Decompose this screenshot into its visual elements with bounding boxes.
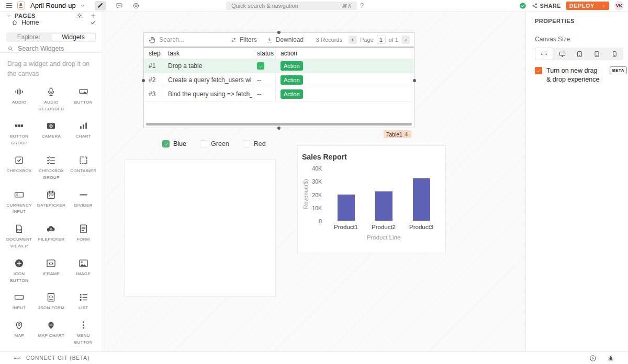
widget-card-icon-button[interactable]: ICON BUTTON [3,258,35,285]
canvas-size-tablet-l-button[interactable] [571,48,588,60]
sidebar-item-home[interactable]: Home [0,19,103,26]
debug-bug-icon[interactable] [607,355,614,362]
widget-search-input[interactable]: Search Widgets [0,45,103,53]
widget-card-button[interactable]: BUTTON [68,87,99,113]
editor-canvas[interactable]: Search... Filters Download 3 Records Pag… [103,12,525,351]
resize-handle-left[interactable] [142,79,145,82]
widget-settings-gear-icon[interactable] [404,132,409,136]
widget-card-image[interactable]: IMAGE [68,258,99,285]
pages-settings-gear-icon[interactable] [76,13,83,19]
widget-card-button-group[interactable]: BUTTON GROUP [3,121,35,147]
checkbox-option-green[interactable]: Green [200,140,229,147]
add-page-button[interactable] [90,13,96,19]
widget-card-iframe[interactable]: IFRAME [35,258,67,285]
widget-card-currency-input[interactable]: $CURRENCY INPUT [3,190,35,216]
quick-search-input[interactable]: Quick search & navigation ⌘ K [226,2,357,10]
canvas-size-tablet-s-button[interactable] [588,48,605,60]
column-header-action[interactable]: action [276,48,414,59]
table-row[interactable]: #1Drop a tableAction [144,59,414,73]
canvas-size-desktop-button[interactable] [553,48,570,60]
drag-drop-label: Turn on new drag & drop experience [546,66,601,84]
widget-card-list[interactable]: LIST [68,292,99,312]
checkbox-group-widget: BlueGreenRed [162,140,266,147]
widget-card-map[interactable]: MAP [3,320,35,346]
widget-card-menu-button[interactable]: MENU BUTTON [68,320,99,346]
widget-card-map-chart[interactable]: MAP CHART [35,320,67,346]
share-button[interactable]: SHARE [532,3,561,9]
action-button[interactable]: Action [281,89,303,99]
widget-card-checkbox-group[interactable]: CHECKBOX GROUP [35,155,67,181]
next-page-button[interactable] [401,36,410,44]
widget-card-checkbox[interactable]: CHECKBOX [3,155,35,181]
widget-card-document-viewer[interactable]: PDFDOCUMENT VIEWER [3,224,35,250]
widget-card-camera[interactable]: CAMERA [35,121,67,147]
widget-card-label: FORM [77,236,90,243]
resize-handle-right[interactable] [413,79,416,82]
quick-actions-icon[interactable] [589,355,597,362]
hamburger-menu-icon[interactable] [5,2,13,9]
widget-card-chart[interactable]: CHART [68,121,99,147]
user-avatar[interactable]: VK [614,1,624,10]
checkbox-box[interactable] [243,140,250,147]
container-icon [78,155,88,165]
widget-card-audio[interactable]: AUDIO [3,87,35,113]
column-header-status[interactable]: status [252,48,276,59]
table-row[interactable]: #3Bind the query using => fetch_u...--Ac… [144,87,414,101]
action-button[interactable]: Action [281,75,303,85]
column-header-step[interactable]: step [144,48,163,59]
checkbox-option-red[interactable]: Red [243,140,266,147]
column-header-task[interactable]: task [163,48,252,59]
widget-card-json-form[interactable]: JSON FORM [35,292,67,312]
widget-card-form[interactable]: FORM [68,224,99,250]
tab-explorer[interactable]: Explorer [7,33,51,41]
widget-name-tag[interactable]: Table1 [384,130,411,138]
table-horizontal-scrollbar[interactable] [146,123,412,126]
widget-card-audio-recorder[interactable]: AUDIO RECORDER [35,87,67,113]
search-shortcut-hint: ⌘ K [342,3,352,9]
connect-git-button[interactable]: CONNECT GIT (BETA) [14,355,89,362]
checkbox-box[interactable] [162,140,170,147]
resize-handle-bottom[interactable] [277,127,281,130]
widget-card-divider[interactable]: DIVIDER [68,190,99,216]
container-widget[interactable] [125,160,276,297]
comment-mode-icon[interactable] [116,2,123,9]
checkbox-box[interactable] [200,140,207,147]
preview-mode-icon[interactable] [132,2,140,9]
widget-card-container[interactable]: CONTAINER [68,155,99,181]
widget-card-filepicker[interactable]: FILEPICKER [35,224,67,250]
table-search-input[interactable]: Search... [159,36,221,43]
drag-drop-checkbox[interactable] [535,67,542,74]
fluid-icon [541,51,547,58]
table-toolbar: Search... Filters Download 3 Records Pag… [144,33,414,48]
widget-card-datepicker[interactable]: DATEPICKER [35,190,67,216]
canvas-size-phone-button[interactable] [606,48,623,60]
widget-search-placeholder: Search Widgets [18,45,64,52]
download-button[interactable]: Download [266,36,304,43]
edit-mode-button[interactable] [95,1,106,10]
canvas-size-fluid-button[interactable] [535,48,553,60]
tab-widgets[interactable]: Widgets [51,33,96,41]
help-button[interactable]: ? [360,2,364,9]
table-row[interactable]: #2Create a query fetch_users with ...--A… [144,73,414,87]
status-bar: CONNECT GIT (BETA) [0,351,628,364]
widget-card-label: JSON FORM [38,305,65,312]
checkbox-option-blue[interactable]: Blue [162,140,186,147]
deploy-chevron-down-icon[interactable] [601,4,606,8]
tablet-s-icon [593,51,600,58]
app-title-chevron-down-icon[interactable] [80,3,85,8]
widget-card-input[interactable]: INPUT [3,292,35,312]
status-checkbox-checked[interactable] [257,62,264,70]
drag-handle-icon[interactable] [148,36,156,44]
action-button[interactable]: Action [281,61,303,71]
prev-page-button[interactable] [349,36,357,44]
pages-chevron-down-icon[interactable] [6,13,12,18]
resize-handle-top[interactable] [277,31,281,34]
page-number-input[interactable]: 1 [377,36,386,44]
app-title[interactable]: April Round-up [30,2,76,9]
beta-badge: BETA [610,66,627,74]
deploy-button[interactable]: DEPLOY [566,2,609,10]
table-widget[interactable]: Search... Filters Download 3 Records Pag… [143,32,414,128]
widget-card-label: MAP CHART [38,333,64,339]
filters-button[interactable]: Filters [230,36,257,43]
chart-widget[interactable]: Sales Report Revenue($) Product Line 010… [297,145,446,254]
